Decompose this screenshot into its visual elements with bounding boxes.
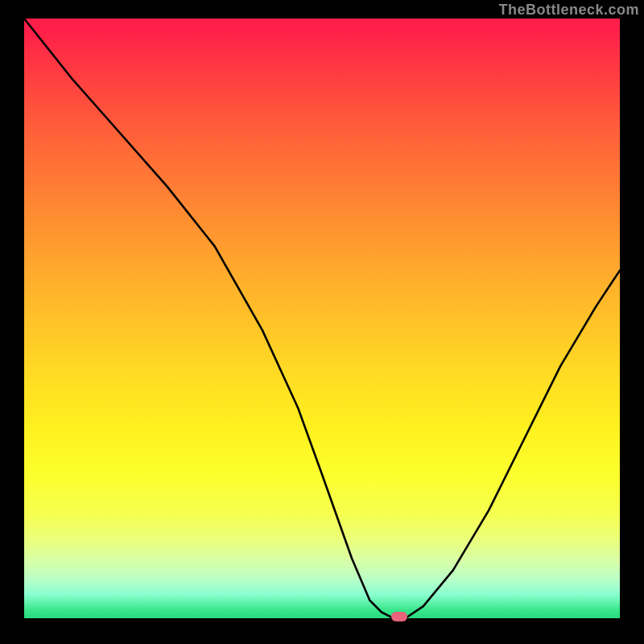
curve-path <box>24 19 620 618</box>
attribution-watermark: TheBottleneck.com <box>498 2 639 19</box>
optimal-point-marker <box>391 612 407 621</box>
bottleneck-curve <box>24 19 620 618</box>
bottleneck-chart <box>24 19 620 618</box>
